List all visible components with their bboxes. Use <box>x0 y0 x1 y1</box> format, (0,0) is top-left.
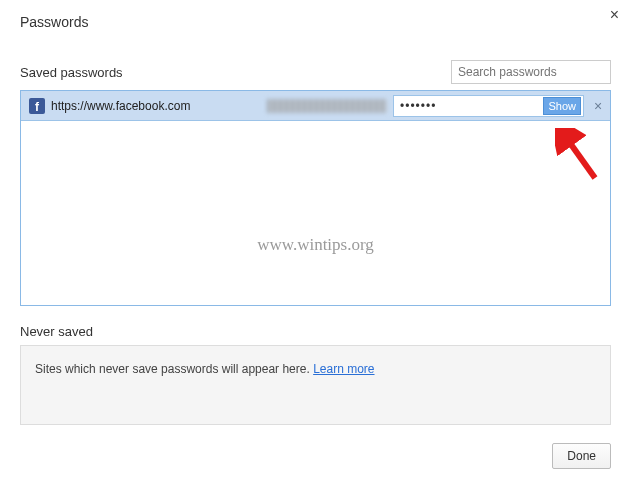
show-button[interactable]: Show <box>543 97 581 115</box>
close-icon[interactable]: × <box>610 6 619 24</box>
password-field[interactable]: ••••••• Show <box>393 95 584 117</box>
username-obscured <box>267 99 387 113</box>
page-title: Passwords <box>20 14 611 30</box>
search-input[interactable] <box>451 60 611 84</box>
saved-passwords-list: f https://www.facebook.com ••••••• Show … <box>20 90 611 306</box>
never-saved-text: Sites which never save passwords will ap… <box>35 362 313 376</box>
site-url: https://www.facebook.com <box>51 99 261 113</box>
learn-more-link[interactable]: Learn more <box>313 362 374 376</box>
remove-row-icon[interactable]: × <box>590 98 606 114</box>
done-button[interactable]: Done <box>552 443 611 469</box>
watermark-text: www.wintips.org <box>257 235 374 255</box>
password-row[interactable]: f https://www.facebook.com ••••••• Show … <box>21 91 610 121</box>
never-saved-box: Sites which never save passwords will ap… <box>20 345 611 425</box>
never-saved-label: Never saved <box>20 324 611 339</box>
password-mask: ••••••• <box>400 99 539 113</box>
saved-passwords-label: Saved passwords <box>20 65 123 80</box>
facebook-icon: f <box>29 98 45 114</box>
